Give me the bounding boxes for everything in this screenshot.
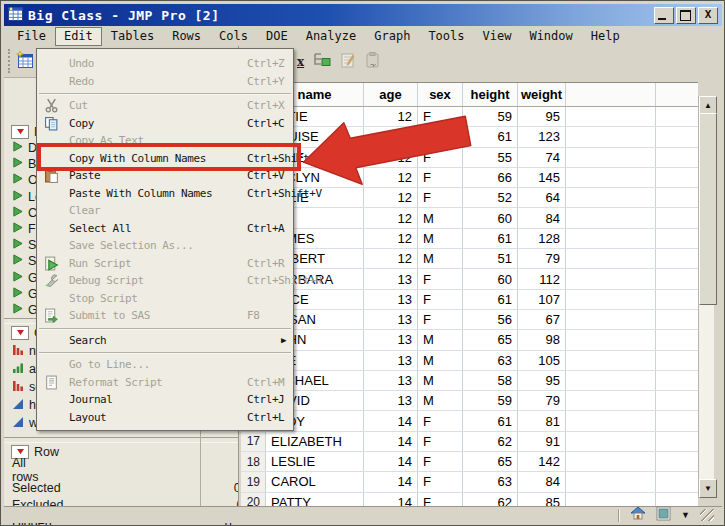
empty-cell[interactable]: [566, 107, 656, 126]
cell-weight[interactable]: 85: [518, 493, 566, 506]
menu-item-search[interactable]: Search▶: [37, 332, 293, 350]
cell-name[interactable]: ELIZABETH: [266, 432, 364, 451]
cell-height[interactable]: 60: [463, 269, 518, 288]
cell-height[interactable]: 59: [463, 391, 518, 410]
cell-age[interactable]: 12: [364, 208, 418, 227]
empty-cell[interactable]: [566, 411, 656, 430]
menu-item-journal[interactable]: JournalCtrl+J: [37, 391, 293, 409]
empty-cell[interactable]: [656, 229, 698, 248]
empty-cell[interactable]: [566, 249, 656, 268]
cell-height[interactable]: 58: [463, 371, 518, 390]
empty-cell[interactable]: [656, 107, 698, 126]
empty-cell[interactable]: [566, 208, 656, 227]
cell-age[interactable]: 13: [364, 269, 418, 288]
menu-item-debug-script[interactable]: Debug ScriptCtrl+Shift+R: [37, 272, 293, 290]
clipboard-icon[interactable]: [365, 51, 381, 73]
scrollbar-thumb[interactable]: [699, 113, 717, 305]
home-icon[interactable]: [630, 506, 646, 524]
empty-cell[interactable]: [566, 168, 656, 187]
close-button[interactable]: X: [698, 7, 718, 24]
cell-sex[interactable]: M: [418, 351, 463, 370]
empty-cell[interactable]: [656, 168, 698, 187]
cell-name[interactable]: CAROL: [266, 472, 364, 491]
cell-sex[interactable]: M: [418, 208, 463, 227]
empty-column-header[interactable]: [656, 83, 698, 106]
row-number-cell[interactable]: 17: [241, 432, 266, 451]
column-header-age[interactable]: age: [364, 83, 418, 106]
script-edit-icon[interactable]: [340, 52, 357, 73]
cell-height[interactable]: 65: [463, 452, 518, 471]
cell-weight[interactable]: 112: [518, 269, 566, 288]
column-header-height[interactable]: height: [463, 83, 518, 106]
empty-cell[interactable]: [656, 411, 698, 430]
cell-height[interactable]: 60: [463, 208, 518, 227]
empty-cell[interactable]: [656, 371, 698, 390]
cell-age[interactable]: 13: [364, 330, 418, 349]
empty-cell[interactable]: [566, 351, 656, 370]
menu-item-reformat-script[interactable]: Reformat ScriptCtrl+M: [37, 374, 293, 392]
cell-sex[interactable]: F: [418, 432, 463, 451]
empty-cell[interactable]: [656, 452, 698, 471]
cell-sex[interactable]: M: [418, 330, 463, 349]
resize-grip-icon[interactable]: [700, 509, 714, 521]
cell-age[interactable]: 13: [364, 391, 418, 410]
row-number-cell[interactable]: 18: [241, 452, 266, 471]
menu-item-run-script[interactable]: Run ScriptCtrl+R: [37, 255, 293, 273]
cell-sex[interactable]: F: [418, 493, 463, 506]
cell-height[interactable]: 63: [463, 351, 518, 370]
column-header-weight[interactable]: weight: [518, 83, 566, 106]
red-triangle-icon[interactable]: [11, 326, 29, 340]
cell-height[interactable]: 63: [463, 472, 518, 491]
cell-sex[interactable]: F: [418, 269, 463, 288]
menubar-item-tools[interactable]: Tools: [419, 27, 473, 46]
menubar-item-window[interactable]: Window: [520, 27, 581, 46]
cell-weight[interactable]: 128: [518, 229, 566, 248]
window-theme-icon[interactable]: [656, 506, 671, 525]
menubar-item-rows[interactable]: Rows: [163, 27, 210, 46]
red-triangle-icon[interactable]: [11, 125, 29, 139]
empty-cell[interactable]: [656, 127, 698, 146]
cell-weight[interactable]: 105: [518, 351, 566, 370]
title-bar[interactable]: Big Class - JMP Pro [2] X: [4, 4, 722, 26]
empty-cell[interactable]: [566, 127, 656, 146]
empty-cell[interactable]: [566, 310, 656, 329]
cell-weight[interactable]: 84: [518, 208, 566, 227]
menubar-item-tables[interactable]: Tables: [102, 27, 163, 46]
maximize-button[interactable]: [676, 7, 696, 24]
cell-sex[interactable]: F: [418, 310, 463, 329]
cell-height[interactable]: 62: [463, 493, 518, 506]
empty-cell[interactable]: [656, 290, 698, 309]
empty-cell[interactable]: [566, 229, 656, 248]
menubar-item-doe[interactable]: DOE: [257, 27, 297, 46]
rows-stat-all-rows[interactable]: All rows: [4, 461, 199, 479]
dropdown-icon[interactable]: ▼: [681, 510, 690, 520]
cell-age[interactable]: 12: [364, 249, 418, 268]
menubar-item-view[interactable]: View: [474, 27, 521, 46]
cell-age[interactable]: 14: [364, 452, 418, 471]
scroll-down-button[interactable]: ▼: [699, 479, 717, 498]
cell-age[interactable]: 13: [364, 351, 418, 370]
cell-sex[interactable]: F: [418, 452, 463, 471]
empty-cell[interactable]: [656, 493, 698, 506]
empty-cell[interactable]: [656, 310, 698, 329]
cell-height[interactable]: 61: [463, 229, 518, 248]
menu-item-redo[interactable]: RedoCtrl+Y: [37, 73, 293, 91]
cell-age[interactable]: 13: [364, 310, 418, 329]
cell-height[interactable]: 65: [463, 330, 518, 349]
empty-cell[interactable]: [566, 432, 656, 451]
minimize-button[interactable]: [654, 7, 674, 24]
empty-cell[interactable]: [656, 269, 698, 288]
cell-height[interactable]: 56: [463, 310, 518, 329]
cell-height[interactable]: 61: [463, 411, 518, 430]
cell-name[interactable]: LESLIE: [266, 452, 364, 471]
cell-weight[interactable]: 81: [518, 411, 566, 430]
cell-weight[interactable]: 91: [518, 432, 566, 451]
row-number-cell[interactable]: 19: [241, 472, 266, 491]
empty-cell[interactable]: [566, 290, 656, 309]
cell-sex[interactable]: F: [418, 472, 463, 491]
empty-cell[interactable]: [566, 371, 656, 390]
empty-cell[interactable]: [566, 148, 656, 167]
menu-item-submit-to-sas[interactable]: Submit to SASF8: [37, 307, 293, 325]
cell-age[interactable]: 14: [364, 493, 418, 506]
menubar-item-cols[interactable]: Cols: [210, 27, 257, 46]
